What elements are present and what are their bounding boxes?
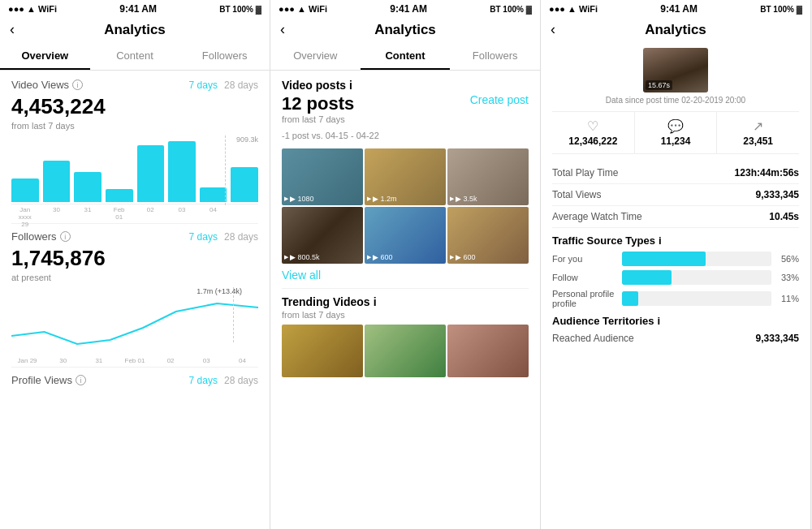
- traffic-pct-0: 56%: [776, 254, 799, 264]
- video-views-7day-btn[interactable]: 7 days: [189, 80, 218, 91]
- back-button-3[interactable]: ‹: [551, 21, 555, 38]
- content-panel-content: Video posts i 12 posts from last 7 days …: [270, 71, 540, 529]
- video-stats-2: ▶ ▶ 1.2m: [367, 195, 397, 203]
- reached-audience-value: 9,333,345: [756, 333, 799, 344]
- metric-label-1: Total Views: [552, 189, 601, 200]
- traffic-row-0: For you 56%: [552, 252, 799, 266]
- bar-4: [137, 145, 165, 202]
- video-posts-info-icon[interactable]: i: [349, 79, 352, 92]
- back-button-1[interactable]: ‹: [10, 21, 15, 38]
- audience-info-icon[interactable]: i: [657, 315, 660, 327]
- view-count-4: ▶ 800.5k: [290, 253, 320, 261]
- followers-28day-btn[interactable]: 28 days: [224, 231, 258, 243]
- tab-followers-1[interactable]: Followers: [179, 43, 270, 70]
- tab-overview-2[interactable]: Overview: [270, 43, 361, 70]
- back-button-2[interactable]: ‹: [280, 21, 285, 38]
- view-count-2: ▶ 1.2m: [373, 195, 397, 203]
- tab-content-1[interactable]: Content: [90, 43, 180, 70]
- traffic-info-icon[interactable]: i: [659, 234, 662, 247]
- right-analytics-content: 15.67s Data since post time 02-20-2019 2…: [541, 43, 810, 529]
- traffic-label-2: Personal profile profile: [552, 289, 617, 308]
- video-stats-6: ▶ ▶ 600: [450, 253, 476, 261]
- xlabel-6: 04: [200, 206, 227, 228]
- stat-likes: ♡ 12,346,222: [552, 112, 635, 153]
- followers-time-filters: 7 days 28 days: [189, 231, 258, 243]
- tab-followers-2[interactable]: Followers: [450, 43, 540, 70]
- traffic-pct-2: 11%: [776, 294, 799, 303]
- bar-3: [106, 189, 133, 202]
- video-views-time-filters: 7 days 28 days: [189, 80, 258, 91]
- profile-views-7day-btn[interactable]: 7 days: [189, 375, 218, 386]
- create-post-button[interactable]: Create post: [470, 93, 529, 106]
- line-xlabels: Jan 29 30 31 Feb 01 02 03 04: [11, 357, 258, 364]
- video-stats-3: ▶ ▶ 3.5k: [450, 195, 477, 203]
- traffic-bar-bg-0: [622, 252, 771, 266]
- trending-grid: [282, 325, 529, 377]
- video-thumb-3[interactable]: ▶ ▶ 3.5k: [447, 148, 529, 205]
- view-all-button[interactable]: View all: [282, 269, 529, 282]
- lxlabel-3: Feb 01: [119, 357, 150, 364]
- nav-bar-3: ‹ Analytics: [541, 16, 810, 43]
- tab-content-2[interactable]: Content: [361, 43, 451, 70]
- followers-info-icon[interactable]: i: [60, 231, 71, 242]
- tab-overview-1[interactable]: Overview: [0, 43, 90, 70]
- followers-7day-btn[interactable]: 7 days: [189, 231, 218, 243]
- posts-count: 12 posts from last 7 days -1 post vs. 04…: [282, 93, 379, 147]
- shares-value: 23,451: [720, 135, 796, 147]
- traffic-label-0: For you: [552, 254, 617, 264]
- video-thumbnail[interactable]: 15.67s: [643, 48, 708, 92]
- video-thumb-4[interactable]: ▶ ▶ 800.5k: [282, 207, 363, 264]
- video-thumb-6[interactable]: ▶ ▶ 600: [447, 207, 529, 264]
- trending-info-icon[interactable]: i: [374, 295, 377, 308]
- metric-avg-watch: Average Watch Time 10.45s: [552, 206, 799, 228]
- video-thumb-1[interactable]: ▶ ▶ 1080: [282, 148, 363, 205]
- video-thumbnail-container: 15.67s: [552, 48, 799, 92]
- followers-sub: at present: [11, 273, 258, 282]
- traffic-section: Traffic Source Types i For you 56% Follo…: [552, 234, 799, 308]
- audience-title: Audience Territories i: [552, 315, 799, 327]
- time-3: 9:41 AM: [660, 3, 698, 15]
- traffic-bar-fill-1: [622, 270, 672, 285]
- traffic-bar-fill-0: [622, 252, 706, 266]
- trending-thumb-3[interactable]: [447, 325, 529, 377]
- metric-value-0: 123h:44m:56s: [735, 167, 799, 178]
- view-count-6: ▶ 600: [456, 253, 476, 261]
- time-2: 9:41 AM: [390, 3, 427, 15]
- trending-thumb-1[interactable]: [282, 325, 363, 377]
- trending-thumb-2[interactable]: [365, 325, 446, 377]
- audience-row: Reached Audience 9,333,345: [552, 330, 799, 346]
- traffic-bar-bg-1: [622, 270, 771, 285]
- battery-icons-2: BT 100% ▓: [490, 5, 532, 14]
- play-icon-6: ▶: [450, 254, 454, 260]
- play-icon-4: ▶: [284, 254, 288, 260]
- play-icon-1: ▶: [284, 196, 288, 202]
- profile-views-28day-btn[interactable]: 28 days: [224, 375, 258, 386]
- line-chart-svg: [11, 287, 258, 352]
- metric-value-1: 9,333,345: [756, 189, 799, 200]
- battery-icons-3: BT 100% ▓: [760, 5, 802, 14]
- bar-6: [200, 187, 227, 202]
- xlabel-2: 31: [74, 206, 102, 228]
- content-divider: [282, 288, 529, 289]
- bar-7: [231, 167, 258, 202]
- traffic-label-1: Follow: [552, 273, 617, 282]
- traffic-pct-1: 33%: [776, 273, 799, 282]
- video-views-info-icon[interactable]: i: [72, 80, 83, 90]
- status-bar-1: ●●● ▲ WiFi 9:41 AM BT 100% ▓: [0, 0, 270, 16]
- posts-meta-2: -1 post vs. 04-15 - 04-22: [282, 131, 379, 140]
- play-icon-3: ▶: [450, 196, 454, 202]
- share-icon: ↗: [720, 118, 796, 134]
- video-views-28day-btn[interactable]: 28 days: [224, 80, 258, 91]
- traffic-bar-fill-2: [622, 291, 638, 306]
- nav-bar-2: ‹ Analytics: [270, 16, 540, 43]
- video-thumb-5[interactable]: ▶ ▶ 600: [365, 207, 446, 264]
- video-thumb-2[interactable]: ▶ ▶ 1.2m: [365, 148, 446, 205]
- data-since-label: Data since post time 02-20-2019 20:00: [552, 96, 799, 105]
- video-views-header: Video Views i 7 days 28 days: [11, 79, 258, 91]
- profile-views-info-icon[interactable]: i: [76, 375, 86, 385]
- panel-right-analytics: ●●● ▲ WiFi 9:41 AM BT 100% ▓ ‹ Analytics…: [541, 0, 811, 529]
- trending-meta: from last 7 days: [282, 310, 529, 320]
- metric-total-views: Total Views 9,333,345: [552, 184, 799, 206]
- video-stats-5: ▶ ▶ 600: [367, 253, 393, 261]
- xlabel-0: Janxxxx29: [11, 206, 39, 228]
